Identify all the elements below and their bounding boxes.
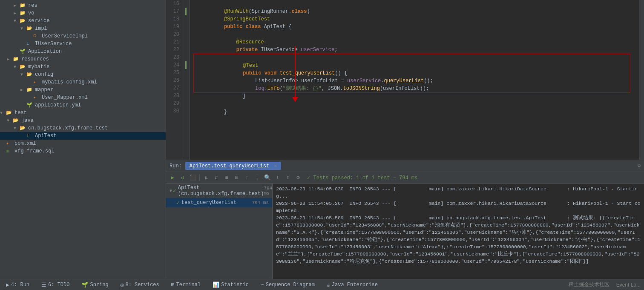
folder-icon-res: 📁 <box>20 3 26 9</box>
status-services[interactable]: ◎ 8: Services <box>118 281 162 289</box>
file-tree: ▶ 📁 res ▶ 📁 vo ▼ 📂 service ▼ 📂 impl <box>0 0 166 279</box>
tree-item-impl[interactable]: ▼ 📂 impl <box>0 25 166 32</box>
tree-item-xfgframesql[interactable]: ⊞ xfg-frame.sql <box>0 147 166 155</box>
tree-item-userserviceimpl[interactable]: C UserServiceImpl <box>0 32 166 40</box>
line-num-28: 28 <box>166 92 182 100</box>
tree-item-pomxml[interactable]: ✦ pom.xml <box>0 140 166 147</box>
xml-icon-usermapper: ✦ <box>33 95 40 100</box>
pass-icon-testqueryuserlist: ✓ <box>176 199 180 206</box>
status-terminal[interactable]: ⊞ Terminal <box>169 281 203 289</box>
tree-item-test[interactable]: ▼ 📂 test <box>0 109 166 117</box>
gutter-22 <box>182 46 190 54</box>
tree-item-service[interactable]: ▼ 📂 service <box>0 17 166 25</box>
tree-item-package-test[interactable]: ▼ 📂 cn.bugstack.xfg.frame.test <box>0 124 166 132</box>
more-button[interactable]: ⚙ <box>293 173 303 182</box>
expand-button[interactable]: ⊞ <box>222 173 231 182</box>
status-statistic[interactable]: 📊 Statistic <box>210 281 251 289</box>
line-num-17: 17 <box>166 8 182 15</box>
statistic-icon: 📊 <box>213 281 219 288</box>
next-fail-button[interactable]: ↓ <box>253 173 262 182</box>
prev-fail-button[interactable]: ↑ <box>242 173 252 182</box>
tree-arrow-mapper: ▶ <box>20 87 26 92</box>
import-button[interactable]: ⬇ <box>273 173 282 182</box>
tree-label-application: Application <box>28 49 62 55</box>
tree-arrow-resources: ▶ <box>7 57 13 62</box>
tree-item-application[interactable]: 🌱 Application <box>0 48 166 55</box>
sequence-icon: ~ <box>261 281 264 288</box>
run-tab[interactable]: ApiTest.test_queryUserList ✕ <box>185 162 282 170</box>
tree-label-mapper: mapper <box>35 87 53 93</box>
export-button[interactable]: ⬆ <box>283 173 293 182</box>
expand-icon-apitest: ▼ <box>170 189 172 193</box>
tree-arrow-java: ▼ <box>7 118 13 123</box>
gutter-23 <box>182 54 190 61</box>
tree-item-vo[interactable]: ▶ 📁 vo <box>0 9 166 17</box>
folder-open-icon-impl: 📂 <box>26 26 33 32</box>
gutter-18 <box>182 15 190 23</box>
test-tree: ▼ ✓ ApiTest (cn.bugstack.xfg.frame.test)… <box>166 184 273 279</box>
line-num-27: 27 <box>166 84 182 92</box>
tree-arrow-usermapperxml <box>27 95 33 100</box>
filter-button[interactable]: 🔍 <box>263 173 272 182</box>
stop-button[interactable]: ⬛ <box>188 173 198 182</box>
collapse-button[interactable]: ⊟ <box>232 173 242 182</box>
separator-1 <box>199 174 200 181</box>
java-icon-apitest: T <box>26 133 33 139</box>
run-label-text: Run: <box>170 163 182 169</box>
tree-label-applicationyml: application.yml <box>35 102 81 108</box>
run-icon: ▶ <box>6 281 9 288</box>
line-num-29: 29 <box>166 100 182 107</box>
tree-label-res: res <box>28 3 37 9</box>
tree-arrow-config: ▼ <box>20 72 26 77</box>
gutter-30 <box>182 107 190 115</box>
run-header: Run: ApiTest.test_queryUserList ✕ ⚙ <box>166 160 644 172</box>
console-output: 2023-06-23 11:54:05.030 INFO 26543 --- [… <box>273 184 644 279</box>
status-java-enterprise[interactable]: ☕ Java Enterprise <box>324 281 380 289</box>
status-todo[interactable]: ☰ 6: TODO <box>39 281 72 289</box>
status-run-label: 4: Run <box>11 282 29 288</box>
tree-item-res[interactable]: ▶ 📁 res <box>0 2 166 9</box>
tree-label-mybatis: mybatis <box>28 64 49 70</box>
tree-item-mybatis[interactable]: ▼ 📂 mybatis <box>0 63 166 71</box>
tree-label-apitest: ApiTest <box>35 133 56 139</box>
tree-item-usermapperxml[interactable]: ✦ User_Mapper.xml <box>0 94 166 101</box>
test-item-apitest[interactable]: ▼ ✓ ApiTest (cn.bugstack.xfg.frame.test)… <box>166 184 272 198</box>
line-num-21: 21 <box>166 38 182 46</box>
test-item-testqueryuserlist[interactable]: ✓ test_queryUserList 794 ms <box>166 198 272 207</box>
sort-asc-button[interactable]: ⇅ <box>201 173 211 182</box>
tree-item-applicationyml[interactable]: 🌱 application.yml <box>0 101 166 109</box>
status-sequence-diagram[interactable]: ~ Sequence Diagram <box>258 281 317 289</box>
test-time-apitest: 794 ms <box>264 186 272 196</box>
gutter-28 <box>182 92 190 100</box>
test-item-label-apitest: ApiTest (cn.bugstack.xfg.frame.test) <box>178 185 264 197</box>
tree-item-iuserservice[interactable]: I IUserService <box>0 40 166 48</box>
sort-desc-button[interactable]: ⇵ <box>212 173 221 182</box>
arrow-line <box>295 46 296 97</box>
tree-arrow-applicationyml <box>20 103 26 108</box>
tree-item-resources[interactable]: ▶ 📁 resources <box>0 55 166 63</box>
tree-arrow-package-test: ▼ <box>14 126 20 131</box>
code-line-20: @Resource <box>193 31 639 38</box>
settings-icon[interactable]: ⚙ <box>638 163 641 169</box>
tree-label-iuserservice: IUserService <box>35 41 72 47</box>
status-spring[interactable]: 🌱 Spring <box>79 281 111 289</box>
tree-arrow-vo: ▶ <box>14 11 20 16</box>
spring-icon-application: 🌱 <box>20 49 26 55</box>
tree-label-impl: impl <box>35 26 47 32</box>
folder-open-icon-config: 📂 <box>26 72 33 78</box>
tree-item-apitest[interactable]: T ApiTest <box>0 132 166 140</box>
tree-item-mapper[interactable]: ▶ 📁 mapper <box>0 86 166 94</box>
rerun-button[interactable]: ↺ <box>178 173 187 182</box>
run-tab-close[interactable]: ✕ <box>274 163 277 169</box>
annotation-test: @Test <box>243 63 258 69</box>
gutter-20 <box>182 31 190 38</box>
tree-label-test: test <box>14 110 27 116</box>
status-run[interactable]: ▶ 4: Run <box>3 281 32 289</box>
event-log[interactable]: Event Lo... <box>616 282 641 288</box>
tree-item-config[interactable]: ▼ 📂 config <box>0 71 166 78</box>
tree-item-mybatisconfigxml[interactable]: ✦ mybatis-config.xml <box>0 78 166 86</box>
line-num-23: 23 <box>166 54 182 61</box>
tree-item-java[interactable]: ▼ 📂 java <box>0 117 166 124</box>
tests-passed-badge: ✓ Tests passed: 1 of 1 test – 794 ms <box>307 175 417 181</box>
run-button[interactable]: ▶ <box>168 173 177 182</box>
